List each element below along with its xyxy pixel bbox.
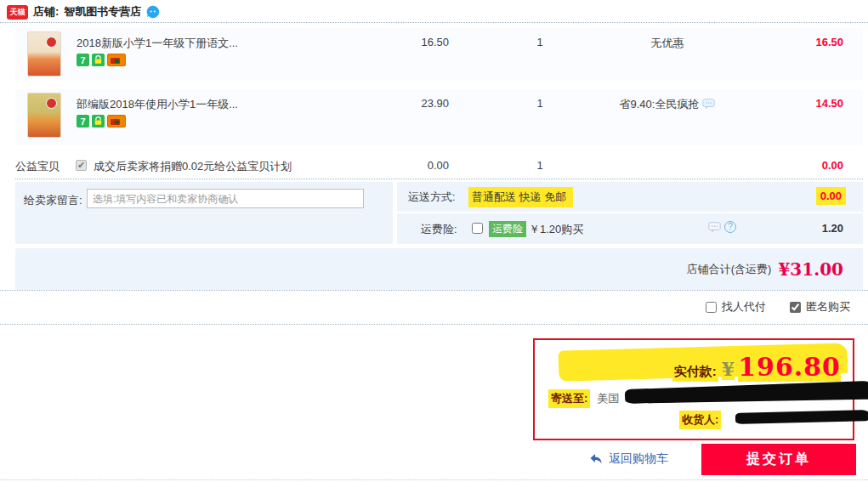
discount-info: 省9.40:全民疯抢 (582, 97, 752, 112)
divider (0, 290, 868, 291)
product-title-link[interactable]: 2018新版小学1一年级下册语文... (77, 36, 238, 51)
quantity: 1 (493, 36, 587, 48)
pay-for-me-option[interactable]: 找人代付 (706, 299, 766, 315)
total-payment-value: 196.80 (738, 352, 841, 382)
shipping-fee: 0.00 (816, 187, 846, 205)
back-to-cart-link[interactable]: 返回购物车 (589, 451, 668, 467)
back-to-cart-label: 返回购物车 (609, 451, 668, 467)
service-badges: 7 (77, 115, 126, 128)
insurance-checkbox[interactable] (472, 223, 483, 234)
store-name-link[interactable]: 智凯图书专营店 (64, 4, 141, 20)
help-question-icon[interactable]: ? (724, 221, 736, 233)
payment-options: 找人代付 匿名购买 (706, 299, 850, 315)
unit-price: 16.50 (355, 36, 449, 48)
pay-for-me-checkbox[interactable] (706, 302, 717, 313)
book-cover-badge (46, 98, 57, 109)
service-badges: 7 (77, 54, 126, 66)
wangwang-chat-icon[interactable] (146, 5, 160, 19)
quantity: 1 (493, 97, 587, 110)
anonymous-checkbox[interactable] (790, 302, 801, 313)
anonymous-option[interactable]: 匿名购买 (790, 299, 850, 315)
store-total-label: 店铺合计(含运费) (687, 262, 772, 277)
seller-message-panel: 给卖家留言: (15, 182, 393, 244)
divider (0, 324, 868, 325)
product-image[interactable] (27, 31, 61, 77)
order-item-row: 部编版2018年使用小学1一年级... 7 23.90 1 省9.40:全民疯抢… (15, 89, 863, 145)
consumer-protection-icon (92, 54, 105, 66)
divider (0, 22, 868, 23)
discount-info: 无优惠 (582, 36, 752, 51)
shipping-insurance-panel: 运费险: 运费险 ￥1.20购买 ? 1.20 (397, 213, 863, 244)
store-header: 天猫 店铺: 智凯图书专营店 (7, 4, 160, 20)
seller-message-label: 给卖家留言: (24, 193, 82, 208)
divider (0, 479, 868, 480)
store-total-panel: 店铺合计(含运费) ¥31.00 (15, 248, 863, 290)
charity-row: 公益宝贝 ✔ 成交后卖家将捐赠0.02元给公益宝贝计划 0.00 1 0.00 (15, 153, 863, 177)
item-subtotal: 14.50 (815, 97, 843, 110)
payment-summary-box: 实付款: ¥ 196.80 寄送至: 美国 收货人: (533, 338, 854, 440)
shipping-method-value[interactable]: 普通配送 快递 免邮 (468, 187, 573, 207)
seven-day-return-icon: 7 (77, 115, 89, 128)
pay-for-me-label: 找人代付 (722, 299, 766, 315)
credit-card-icon (107, 115, 126, 128)
order-confirm-page: 天猫 店铺: 智凯图书专营店 2018新版小学1一年级下册语文... 7 16.… (0, 0, 868, 482)
submit-order-button[interactable]: 提交订单 (701, 444, 856, 475)
ship-to-label: 寄送至: (548, 389, 590, 408)
ship-to-line: 寄送至: 美国 (548, 389, 619, 408)
store-label: 店铺: (33, 4, 59, 20)
recipient-label: 收货人: (679, 411, 721, 429)
product-title-link[interactable]: 部编版2018年使用小学1一年级... (77, 97, 238, 112)
insurance-amount: 1.20 (822, 222, 843, 235)
charity-checkbox[interactable]: ✔ (76, 160, 87, 171)
discount-text: 省9.40:全民疯抢 (620, 98, 700, 111)
ship-to-country: 美国 (597, 391, 619, 406)
insurance-price-text: ￥1.20购买 (529, 222, 583, 237)
charity-label: 公益宝贝 (15, 159, 60, 174)
currency-symbol: ¥ (722, 358, 735, 380)
recipient-line: 收货人: (679, 411, 721, 429)
divider (15, 179, 863, 179)
seller-message-input[interactable] (87, 189, 364, 208)
insurance-label: 运费险: (421, 222, 457, 237)
shipping-method-panel: 运送方式: 普通配送 快递 免邮 0.00 (397, 182, 863, 212)
anonymous-label: 匿名购买 (806, 299, 850, 315)
credit-card-icon (107, 54, 126, 66)
product-image[interactable] (27, 93, 61, 138)
insurance-badge: 运费险 (489, 221, 526, 237)
item-subtotal: 0.00 (822, 159, 843, 172)
shipping-method-label: 运送方式: (408, 190, 456, 205)
book-cover-badge (46, 37, 57, 48)
insurance-chat-icon[interactable] (708, 222, 721, 233)
total-payment-line: 实付款: ¥ 196.80 (672, 352, 841, 382)
back-arrow-icon (589, 453, 603, 465)
unit-price: 23.90 (355, 97, 449, 110)
discount-chat-icon[interactable] (702, 99, 715, 110)
consumer-protection-icon (92, 115, 105, 128)
charity-text: 成交后卖家将捐赠0.02元给公益宝贝计划 (94, 159, 292, 174)
seven-day-return-icon: 7 (77, 54, 89, 66)
tmall-logo-icon: 天猫 (7, 5, 28, 20)
redacted-recipient (735, 410, 868, 424)
store-total-value: ¥31.00 (778, 259, 843, 280)
quantity: 1 (493, 159, 587, 172)
total-payment-label: 实付款: (672, 362, 718, 382)
unit-price: 0.00 (355, 159, 449, 172)
item-subtotal: 16.50 (815, 36, 843, 48)
order-item-row: 2018新版小学1一年级下册语文... 7 16.50 1 无优惠 16.50 (15, 28, 863, 81)
